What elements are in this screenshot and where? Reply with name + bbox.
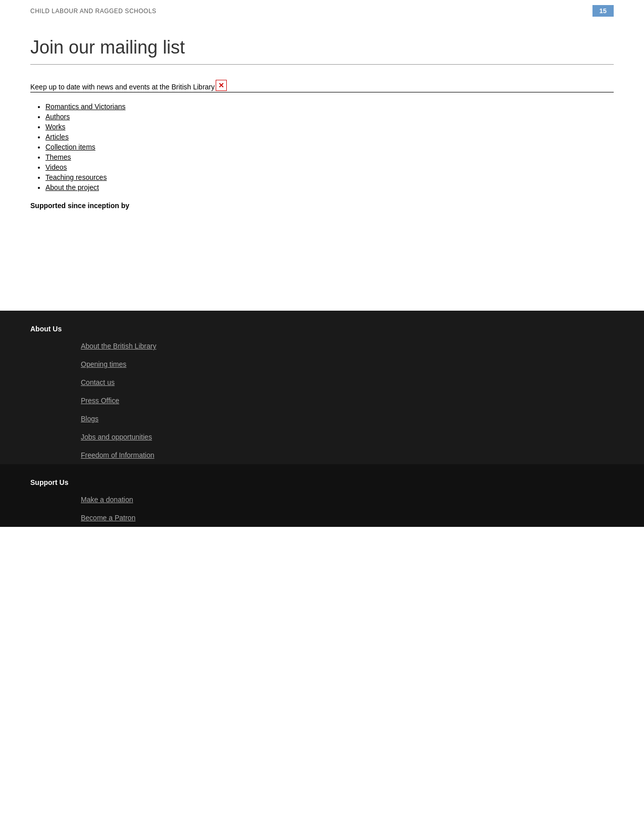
nav-link-teaching-resources[interactable]: Teaching resources xyxy=(45,173,107,181)
nav-link-articles[interactable]: Articles xyxy=(45,133,69,141)
footer-link-contact-us[interactable]: Contact us xyxy=(81,378,115,386)
list-item: Authors xyxy=(45,113,614,121)
nav-list: Romantics and Victorians Authors Works A… xyxy=(45,103,614,191)
footer: About Us About the British Library Openi… xyxy=(0,311,644,527)
list-item: Works xyxy=(45,123,614,131)
list-item: Articles xyxy=(45,133,614,141)
list-item: Collection items xyxy=(45,143,614,151)
footer-support-us-links: Make a donation Become a Patron xyxy=(30,490,614,527)
top-bar: CHILD LABOUR AND RAGGED SCHOOLS 15 xyxy=(0,0,644,22)
page-title: Join our mailing list xyxy=(30,37,614,65)
breadcrumb: CHILD LABOUR AND RAGGED SCHOOLS xyxy=(30,8,157,15)
list-item: Freedom of Information xyxy=(30,446,614,464)
list-item: Become a Patron xyxy=(30,509,614,527)
nav-link-about-the-project[interactable]: About the project xyxy=(45,183,99,191)
nav-link-collection-items[interactable]: Collection items xyxy=(45,143,95,151)
footer-about-us-title: About Us xyxy=(30,319,614,337)
footer-support-us-section: Support Us Make a donation Become a Patr… xyxy=(0,464,644,527)
nav-link-themes[interactable]: Themes xyxy=(45,153,71,161)
list-item: Videos xyxy=(45,163,614,171)
close-button[interactable]: ✕ xyxy=(216,80,227,91)
footer-about-us-links: About the British Library Opening times … xyxy=(30,337,614,464)
footer-link-jobs-and-opportunities[interactable]: Jobs and opportunities xyxy=(81,433,152,441)
footer-link-about-british-library[interactable]: About the British Library xyxy=(81,342,156,350)
footer-link-make-a-donation[interactable]: Make a donation xyxy=(81,496,133,504)
nav-link-authors[interactable]: Authors xyxy=(45,113,70,121)
mailing-description-text: Keep up to date with news and events at … xyxy=(30,83,215,91)
list-item: Jobs and opportunities xyxy=(30,428,614,446)
list-item: Press Office xyxy=(30,391,614,410)
page-container: CHILD LABOUR AND RAGGED SCHOOLS 15 Join … xyxy=(0,0,644,834)
list-item: Make a donation xyxy=(30,490,614,509)
footer-link-opening-times[interactable]: Opening times xyxy=(81,360,126,368)
main-content: Join our mailing list Keep up to date wi… xyxy=(0,22,644,230)
list-item: About the project xyxy=(45,183,614,191)
footer-link-press-office[interactable]: Press Office xyxy=(81,397,119,405)
mailing-row: Keep up to date with news and events at … xyxy=(30,80,614,92)
list-item: Romantics and Victorians xyxy=(45,103,614,111)
list-item: Blogs xyxy=(30,410,614,428)
footer-about-us-section: About Us About the British Library Openi… xyxy=(0,311,644,464)
footer-link-become-a-patron[interactable]: Become a Patron xyxy=(81,514,135,522)
list-item: Opening times xyxy=(30,355,614,373)
close-icon: ✕ xyxy=(218,82,224,89)
footer-link-freedom-of-information[interactable]: Freedom of Information xyxy=(81,451,155,459)
list-item: Contact us xyxy=(30,373,614,391)
list-item: About the British Library xyxy=(30,337,614,355)
list-item: Teaching resources xyxy=(45,173,614,181)
page-number-badge: 15 xyxy=(592,5,614,17)
list-item: Themes xyxy=(45,153,614,161)
nav-link-romantics-and-victorians[interactable]: Romantics and Victorians xyxy=(45,103,125,111)
footer-support-us-title: Support Us xyxy=(30,472,614,490)
nav-link-videos[interactable]: Videos xyxy=(45,163,67,171)
supported-text: Supported since inception by xyxy=(30,202,614,210)
nav-link-works[interactable]: Works xyxy=(45,123,65,131)
footer-link-blogs[interactable]: Blogs xyxy=(81,415,98,423)
